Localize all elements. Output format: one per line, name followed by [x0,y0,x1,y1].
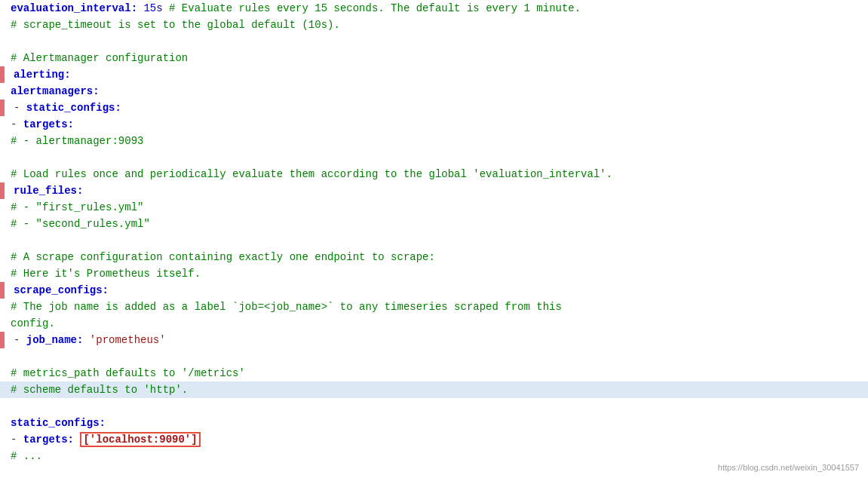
watermark: https://blog.csdn.net/weixin_30041557 [718,463,859,472]
code-line [0,232,868,249]
code-token-key: static_configs: [11,417,106,429]
code-line: - job_name: 'prometheus' [0,332,868,348]
code-token-comment: # Evaluate rules every 15 seconds. The d… [163,2,581,14]
code-line: rule_files: [0,182,868,199]
code-token-default [83,334,89,346]
code-editor: evaluation_interval: 15s # Evaluate rule… [0,0,868,478]
code-token-key: static_configs: [26,102,121,114]
code-token-comment: config. [11,317,55,329]
code-token-comment: # Load rules once and periodically evalu… [11,168,612,180]
line-content: - static_configs: [6,102,121,114]
code-token-comment: # metrics_path defaults to '/metrics' [11,367,245,379]
code-token-comment: # The job name is added as a label `job=… [11,301,562,313]
line-content: - job_name: 'prometheus' [6,334,166,346]
code-line: # ... [0,448,868,464]
code-line: scrape_configs: [0,282,868,299]
code-line [0,33,868,50]
code-token-comment: # Alertmanager configuration [11,52,188,64]
code-line [0,398,868,415]
code-token-key: targets: [23,434,74,446]
code-token-comment: # scrape_timeout is set to the global de… [11,19,340,31]
line-indicator [0,282,5,299]
line-content: # The job name is added as a label `job=… [6,301,562,313]
line-content: - targets: [6,118,74,130]
code-line [0,149,868,166]
line-indicator [0,332,5,348]
line-content: # metrics_path defaults to '/metrics' [6,367,245,379]
code-token-key: evaluation_interval: [11,2,137,14]
line-content: evaluation_interval: 15s # Evaluate rule… [6,2,581,14]
code-line: # - "second_rules.yml" [0,216,868,232]
code-line: alerting: [0,66,868,83]
code-token-comment: # - "second_rules.yml" [11,218,150,230]
line-indicator [0,66,5,83]
line-content: # - alertmanager:9093 [6,135,143,147]
code-line: # - "first_rules.yml" [0,199,868,216]
code-line: # scheme defaults to 'http'. [0,381,868,398]
code-token-key: scrape_configs: [14,284,109,296]
code-token-string: 'prometheus' [90,334,166,346]
code-token-comment: # - alertmanager:9093 [11,135,143,147]
code-line: # A scrape configuration containing exac… [0,249,868,265]
code-token-key: job_name: [26,334,84,346]
code-token-default: - [11,118,23,130]
code-line: - targets: ['localhost:9090'] [0,431,868,448]
code-token-comment: # - "first_rules.yml" [11,201,143,213]
code-token-key: targets: [23,118,74,130]
line-content: rule_files: [6,185,83,197]
code-line: # The job name is added as a label `job=… [0,299,868,315]
highlighted-target: ['localhost:9090'] [80,432,200,447]
line-content: scrape_configs: [6,284,109,296]
code-token-comment: # A scrape configuration containing exac… [11,251,435,263]
code-line: - static_configs: [0,100,868,116]
code-token-comment: # Here it's Prometheus itself. [11,268,201,280]
line-content: alerting: [6,69,71,81]
line-indicator [0,100,5,116]
code-line: # Load rules once and periodically evalu… [0,166,868,182]
line-indicator [0,182,5,199]
code-line: # metrics_path defaults to '/metrics' [0,365,868,381]
code-line: - targets: [0,116,868,133]
line-content: # A scrape configuration containing exac… [6,251,435,263]
line-content: # - "first_rules.yml" [6,201,143,213]
code-token-key: alerting: [14,69,71,81]
code-token-default: - [14,102,26,114]
code-token-default: - [14,334,26,346]
code-content: evaluation_interval: 15s # Evaluate rule… [0,0,868,464]
line-content: # Here it's Prometheus itself. [6,268,201,280]
line-content: # scheme defaults to 'http'. [6,384,188,396]
code-token-key: rule_files: [14,185,83,197]
line-content: static_configs: [6,417,106,429]
line-content: # - "second_rules.yml" [6,218,150,230]
code-line: # scrape_timeout is set to the global de… [0,17,868,33]
code-token-value: 15s [143,2,162,14]
line-content: # Load rules once and periodically evalu… [6,168,612,180]
code-token-comment: # ... [11,450,42,462]
code-line: # - alertmanager:9093 [0,133,868,149]
line-content: # ... [6,450,42,462]
line-content: alertmanagers: [6,85,100,97]
code-line: # Here it's Prometheus itself. [0,265,868,282]
line-content: config. [6,317,55,329]
code-line: alertmanagers: [0,83,868,100]
code-line: static_configs: [0,415,868,431]
code-line: # Alertmanager configuration [0,50,868,66]
code-token-default: - [11,434,23,446]
line-content: - targets: ['localhost:9090'] [6,434,201,446]
code-line: evaluation_interval: 15s # Evaluate rule… [0,0,868,17]
line-content: # Alertmanager configuration [6,52,188,64]
line-content: # scrape_timeout is set to the global de… [6,19,340,31]
code-token-key: alertmanagers: [11,85,100,97]
code-line: config. [0,315,868,332]
code-token-comment: # scheme defaults to 'http'. [11,384,188,396]
code-line [0,348,868,365]
